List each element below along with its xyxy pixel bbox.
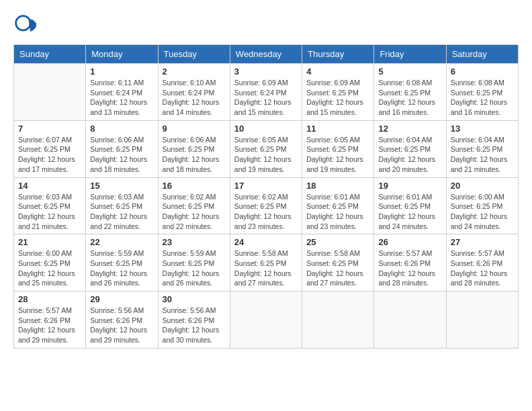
day-info: Sunrise: 6:08 AMSunset: 6:25 PMDaylight:… bbox=[451, 78, 514, 118]
day-info: Sunrise: 5:56 AMSunset: 6:26 PMDaylight:… bbox=[90, 306, 153, 345]
calendar-cell: 9Sunrise: 6:06 AMSunset: 6:25 PMDaylight… bbox=[158, 120, 230, 177]
calendar-week-row: 7Sunrise: 6:07 AMSunset: 6:25 PMDaylight… bbox=[14, 120, 519, 177]
day-info: Sunrise: 6:10 AMSunset: 6:24 PMDaylight:… bbox=[163, 78, 226, 118]
calendar-header-thursday: Thursday bbox=[302, 45, 374, 64]
calendar-header-row: SundayMondayTuesdayWednesdayThursdayFrid… bbox=[14, 45, 519, 64]
calendar-cell: 23Sunrise: 5:59 AMSunset: 6:25 PMDayligh… bbox=[158, 234, 230, 291]
calendar-table: SundayMondayTuesdayWednesdayThursdayFrid… bbox=[13, 44, 519, 349]
calendar-week-row: 14Sunrise: 6:03 AMSunset: 6:25 PMDayligh… bbox=[14, 177, 519, 234]
day-number: 21 bbox=[18, 237, 81, 247]
day-number: 7 bbox=[18, 124, 81, 134]
day-info: Sunrise: 6:01 AMSunset: 6:25 PMDaylight:… bbox=[306, 192, 369, 232]
calendar-cell: 7Sunrise: 6:07 AMSunset: 6:25 PMDaylight… bbox=[14, 120, 86, 177]
day-info: Sunrise: 6:04 AMSunset: 6:25 PMDaylight:… bbox=[378, 135, 441, 175]
calendar-cell: 28Sunrise: 5:57 AMSunset: 6:26 PMDayligh… bbox=[14, 291, 86, 349]
day-number: 25 bbox=[306, 237, 369, 247]
day-number: 22 bbox=[90, 237, 153, 247]
day-info: Sunrise: 6:07 AMSunset: 6:25 PMDaylight:… bbox=[18, 135, 81, 175]
day-info: Sunrise: 5:59 AMSunset: 6:25 PMDaylight:… bbox=[90, 248, 153, 288]
day-number: 12 bbox=[378, 124, 441, 134]
day-number: 5 bbox=[378, 66, 441, 77]
day-info: Sunrise: 5:57 AMSunset: 6:26 PMDaylight:… bbox=[378, 248, 441, 288]
calendar-week-row: 21Sunrise: 6:00 AMSunset: 6:25 PMDayligh… bbox=[14, 234, 519, 291]
calendar-cell: 14Sunrise: 6:03 AMSunset: 6:25 PMDayligh… bbox=[14, 177, 86, 234]
day-number: 8 bbox=[90, 124, 153, 134]
calendar-cell: 12Sunrise: 6:04 AMSunset: 6:25 PMDayligh… bbox=[374, 120, 446, 177]
day-info: Sunrise: 6:03 AMSunset: 6:25 PMDaylight:… bbox=[90, 192, 153, 232]
calendar-cell: 30Sunrise: 5:56 AMSunset: 6:26 PMDayligh… bbox=[158, 291, 230, 349]
calendar-header-wednesday: Wednesday bbox=[230, 45, 302, 64]
day-info: Sunrise: 6:05 AMSunset: 6:25 PMDaylight:… bbox=[306, 135, 369, 175]
day-info: Sunrise: 6:09 AMSunset: 6:24 PMDaylight:… bbox=[234, 78, 298, 118]
day-info: Sunrise: 6:05 AMSunset: 6:25 PMDaylight:… bbox=[234, 135, 298, 175]
day-number: 26 bbox=[378, 237, 441, 247]
day-info: Sunrise: 6:04 AMSunset: 6:25 PMDaylight:… bbox=[451, 135, 514, 175]
day-number: 15 bbox=[90, 181, 153, 191]
day-info: Sunrise: 6:06 AMSunset: 6:25 PMDaylight:… bbox=[90, 135, 153, 175]
calendar-cell: 17Sunrise: 6:02 AMSunset: 6:25 PMDayligh… bbox=[230, 177, 302, 234]
calendar-cell: 26Sunrise: 5:57 AMSunset: 6:26 PMDayligh… bbox=[374, 234, 446, 291]
calendar-cell: 19Sunrise: 6:01 AMSunset: 6:25 PMDayligh… bbox=[374, 177, 446, 234]
day-number: 2 bbox=[163, 66, 226, 77]
day-info: Sunrise: 5:59 AMSunset: 6:25 PMDaylight:… bbox=[163, 248, 226, 288]
day-number: 20 bbox=[451, 181, 514, 191]
day-number: 23 bbox=[163, 237, 226, 247]
calendar-cell: 11Sunrise: 6:05 AMSunset: 6:25 PMDayligh… bbox=[302, 120, 374, 177]
calendar-cell bbox=[14, 64, 86, 121]
day-info: Sunrise: 6:00 AMSunset: 6:25 PMDaylight:… bbox=[18, 248, 81, 288]
calendar-cell bbox=[230, 291, 302, 349]
day-number: 13 bbox=[451, 124, 514, 134]
day-number: 28 bbox=[18, 294, 81, 304]
calendar-cell: 24Sunrise: 5:58 AMSunset: 6:25 PMDayligh… bbox=[230, 234, 302, 291]
page-header bbox=[13, 13, 519, 38]
calendar-cell: 25Sunrise: 5:58 AMSunset: 6:25 PMDayligh… bbox=[302, 234, 374, 291]
day-number: 9 bbox=[163, 124, 226, 134]
day-number: 30 bbox=[163, 294, 226, 304]
calendar-cell: 2Sunrise: 6:10 AMSunset: 6:24 PMDaylight… bbox=[158, 64, 230, 121]
calendar-cell: 20Sunrise: 6:00 AMSunset: 6:25 PMDayligh… bbox=[446, 177, 518, 234]
calendar-cell: 6Sunrise: 6:08 AMSunset: 6:25 PMDaylight… bbox=[446, 64, 518, 121]
day-number: 1 bbox=[90, 66, 153, 77]
day-info: Sunrise: 5:56 AMSunset: 6:26 PMDaylight:… bbox=[163, 306, 226, 345]
calendar-week-row: 1Sunrise: 6:11 AMSunset: 6:24 PMDaylight… bbox=[14, 64, 519, 121]
day-info: Sunrise: 6:02 AMSunset: 6:25 PMDaylight:… bbox=[163, 192, 226, 232]
day-number: 16 bbox=[163, 181, 226, 191]
day-info: Sunrise: 6:00 AMSunset: 6:25 PMDaylight:… bbox=[451, 192, 514, 232]
logo-icon bbox=[13, 13, 38, 38]
day-number: 6 bbox=[451, 66, 514, 77]
day-number: 14 bbox=[18, 181, 81, 191]
day-number: 27 bbox=[451, 237, 514, 247]
day-number: 19 bbox=[378, 181, 441, 191]
calendar-header-sunday: Sunday bbox=[14, 45, 86, 64]
day-number: 3 bbox=[234, 66, 298, 77]
calendar-cell: 27Sunrise: 5:57 AMSunset: 6:26 PMDayligh… bbox=[446, 234, 518, 291]
day-info: Sunrise: 6:11 AMSunset: 6:24 PMDaylight:… bbox=[90, 78, 153, 118]
calendar-cell: 13Sunrise: 6:04 AMSunset: 6:25 PMDayligh… bbox=[446, 120, 518, 177]
day-info: Sunrise: 6:06 AMSunset: 6:25 PMDaylight:… bbox=[163, 135, 226, 175]
calendar-cell: 8Sunrise: 6:06 AMSunset: 6:25 PMDaylight… bbox=[86, 120, 158, 177]
day-number: 4 bbox=[306, 66, 369, 77]
calendar-cell: 29Sunrise: 5:56 AMSunset: 6:26 PMDayligh… bbox=[86, 291, 158, 349]
calendar-cell: 10Sunrise: 6:05 AMSunset: 6:25 PMDayligh… bbox=[230, 120, 302, 177]
calendar-week-row: 28Sunrise: 5:57 AMSunset: 6:26 PMDayligh… bbox=[14, 291, 519, 349]
calendar-header-monday: Monday bbox=[86, 45, 158, 64]
logo bbox=[13, 13, 40, 38]
calendar-cell: 22Sunrise: 5:59 AMSunset: 6:25 PMDayligh… bbox=[86, 234, 158, 291]
calendar-cell: 3Sunrise: 6:09 AMSunset: 6:24 PMDaylight… bbox=[230, 64, 302, 121]
day-number: 17 bbox=[234, 181, 298, 191]
day-info: Sunrise: 6:03 AMSunset: 6:25 PMDaylight:… bbox=[18, 192, 81, 232]
day-info: Sunrise: 6:02 AMSunset: 6:25 PMDaylight:… bbox=[234, 192, 298, 232]
calendar-cell: 16Sunrise: 6:02 AMSunset: 6:25 PMDayligh… bbox=[158, 177, 230, 234]
day-info: Sunrise: 5:57 AMSunset: 6:26 PMDaylight:… bbox=[18, 306, 81, 345]
svg-point-0 bbox=[16, 16, 31, 31]
calendar-cell: 15Sunrise: 6:03 AMSunset: 6:25 PMDayligh… bbox=[86, 177, 158, 234]
day-info: Sunrise: 5:57 AMSunset: 6:26 PMDaylight:… bbox=[451, 248, 514, 288]
day-info: Sunrise: 6:09 AMSunset: 6:25 PMDaylight:… bbox=[306, 78, 369, 118]
day-number: 29 bbox=[90, 294, 153, 304]
day-number: 24 bbox=[234, 237, 298, 247]
calendar-cell: 21Sunrise: 6:00 AMSunset: 6:25 PMDayligh… bbox=[14, 234, 86, 291]
day-number: 18 bbox=[306, 181, 369, 191]
day-number: 11 bbox=[306, 124, 369, 134]
calendar-header-friday: Friday bbox=[374, 45, 446, 64]
day-info: Sunrise: 5:58 AMSunset: 6:25 PMDaylight:… bbox=[234, 248, 298, 288]
